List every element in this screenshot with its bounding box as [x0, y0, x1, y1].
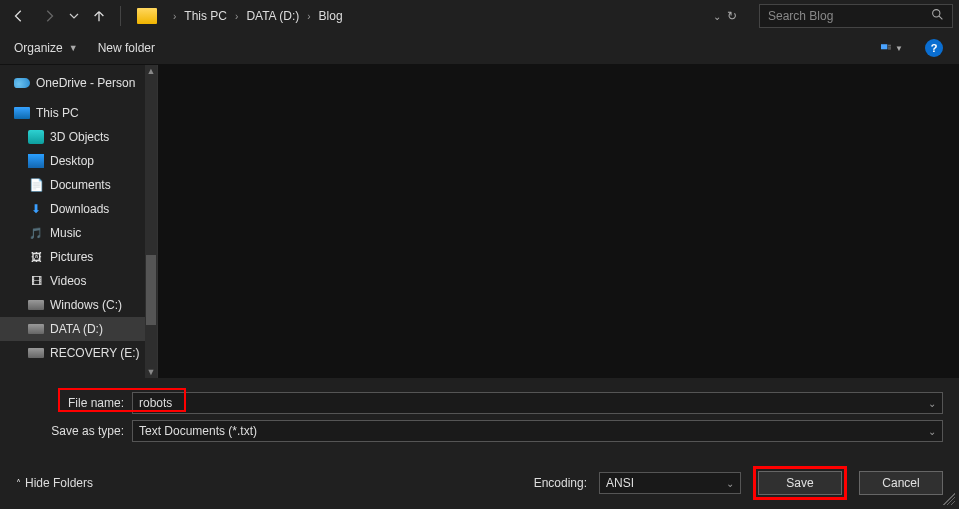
tree-item-data-d[interactable]: DATA (D:) — [0, 317, 157, 341]
search-input[interactable]: Search Blog — [759, 4, 953, 28]
tree-item-videos[interactable]: Videos — [0, 269, 157, 293]
scroll-down-icon[interactable]: ▼ — [146, 366, 156, 378]
help-icon: ? — [925, 39, 943, 57]
tree-onedrive[interactable]: OneDrive - Person — [0, 71, 157, 95]
save-type-select[interactable]: Text Documents (*.txt) ⌄ — [132, 420, 943, 442]
svg-rect-3 — [888, 45, 891, 46]
desktop-icon — [28, 154, 44, 168]
tree-label: Desktop — [50, 154, 94, 168]
organize-menu[interactable]: Organize ▼ — [14, 41, 78, 55]
breadcrumb-part[interactable]: Blog — [315, 7, 347, 25]
tree-item-music[interactable]: Music — [0, 221, 157, 245]
chevron-up-icon: ˄ — [16, 478, 21, 489]
nav-bar: › This PC › DATA (D:) › Blog ⌄ ↻ Search … — [0, 0, 959, 32]
new-folder-label: New folder — [98, 41, 155, 55]
forward-button[interactable] — [36, 3, 62, 29]
disk-icon — [28, 324, 44, 334]
main-area: OneDrive - Person This PC 3D Objects Des… — [0, 64, 959, 378]
pc-icon — [14, 107, 30, 119]
tree-label: Windows (C:) — [50, 298, 122, 312]
hide-folders-label: Hide Folders — [25, 476, 93, 490]
search-icon — [931, 8, 944, 24]
tree-label: This PC — [36, 106, 79, 120]
hide-folders-button[interactable]: ˄ Hide Folders — [16, 476, 93, 490]
tree-label: Downloads — [50, 202, 109, 216]
onedrive-icon — [14, 78, 30, 88]
chevron-down-icon[interactable]: ⌄ — [726, 478, 734, 489]
chevron-down-icon[interactable]: ⌄ — [713, 11, 721, 22]
svg-point-0 — [933, 10, 940, 17]
tree-label: Pictures — [50, 250, 93, 264]
tree-label: OneDrive - Person — [36, 76, 135, 90]
view-options-button[interactable]: ▼ — [881, 37, 903, 59]
nav-tree: OneDrive - Person This PC 3D Objects Des… — [0, 65, 158, 378]
save-type-row: Save as type: Text Documents (*.txt) ⌄ — [16, 420, 943, 442]
cancel-label: Cancel — [882, 476, 919, 490]
search-placeholder: Search Blog — [768, 9, 833, 23]
tree-item-recovery-e[interactable]: RECOVERY (E:) — [0, 341, 157, 365]
3d-objects-icon — [28, 130, 44, 144]
address-bar[interactable]: › This PC › DATA (D:) › Blog ⌄ ↻ — [165, 4, 749, 28]
refresh-icon[interactable]: ↻ — [727, 9, 737, 23]
tree-item-3d-objects[interactable]: 3D Objects — [0, 125, 157, 149]
videos-icon — [28, 274, 44, 288]
tree-item-documents[interactable]: Documents — [0, 173, 157, 197]
file-name-label: File name: — [16, 396, 132, 410]
svg-rect-2 — [881, 44, 887, 49]
chevron-down-icon: ▼ — [895, 44, 903, 53]
chevron-right-icon: › — [233, 11, 240, 22]
toolbar: Organize ▼ New folder ▼ ? — [0, 32, 959, 64]
help-button[interactable]: ? — [923, 37, 945, 59]
encoding-value: ANSI — [606, 476, 634, 490]
disk-icon — [28, 300, 44, 310]
svg-line-1 — [939, 16, 942, 19]
svg-rect-5 — [888, 49, 891, 50]
back-button[interactable] — [6, 3, 32, 29]
scroll-up-icon[interactable]: ▲ — [146, 65, 156, 77]
pictures-icon — [28, 250, 44, 264]
tree-item-downloads[interactable]: Downloads — [0, 197, 157, 221]
chevron-right-icon: › — [305, 11, 312, 22]
file-name-input[interactable]: robots ⌄ — [132, 392, 943, 414]
tree-this-pc[interactable]: This PC — [0, 101, 157, 125]
save-type-value: Text Documents (*.txt) — [139, 424, 928, 438]
svg-rect-4 — [888, 47, 891, 48]
chevron-right-icon: › — [171, 11, 178, 22]
encoding-select[interactable]: ANSI ⌄ — [599, 472, 741, 494]
chevron-down-icon[interactable]: ⌄ — [928, 398, 936, 409]
up-button[interactable] — [86, 3, 112, 29]
file-name-value: robots — [139, 396, 928, 410]
tree-item-desktop[interactable]: Desktop — [0, 149, 157, 173]
action-row: ˄ Hide Folders Encoding: ANSI ⌄ Save Can… — [0, 456, 959, 509]
chevron-down-icon[interactable]: ⌄ — [928, 426, 936, 437]
folder-icon — [137, 8, 157, 24]
encoding-label: Encoding: — [534, 476, 587, 490]
music-icon — [28, 226, 44, 240]
tree-item-pictures[interactable]: Pictures — [0, 245, 157, 269]
organize-label: Organize — [14, 41, 63, 55]
new-folder-button[interactable]: New folder — [98, 41, 155, 55]
breadcrumb-part[interactable]: DATA (D:) — [242, 7, 303, 25]
save-button[interactable]: Save — [758, 471, 842, 495]
save-form: File name: robots ⌄ Save as type: Text D… — [0, 378, 959, 456]
file-name-row: File name: robots ⌄ — [16, 392, 943, 414]
resize-grip[interactable] — [943, 493, 955, 505]
disk-icon — [28, 348, 44, 358]
scroll-thumb[interactable] — [146, 255, 156, 325]
view-icon — [881, 42, 891, 54]
chevron-down-icon: ▼ — [69, 43, 78, 53]
tree-item-windows-c[interactable]: Windows (C:) — [0, 293, 157, 317]
highlight-save: Save — [753, 466, 847, 500]
file-list-area[interactable] — [158, 65, 959, 378]
cancel-button[interactable]: Cancel — [859, 471, 943, 495]
breadcrumb-part[interactable]: This PC — [180, 7, 231, 25]
save-label: Save — [786, 476, 813, 490]
tree-label: Documents — [50, 178, 111, 192]
tree-label: Music — [50, 226, 81, 240]
tree-label: DATA (D:) — [50, 322, 103, 336]
tree-label: 3D Objects — [50, 130, 109, 144]
tree-label: RECOVERY (E:) — [50, 346, 140, 360]
save-type-label: Save as type: — [16, 424, 132, 438]
recent-locations-dropdown[interactable] — [66, 3, 82, 29]
tree-scrollbar[interactable]: ▲ ▼ — [145, 65, 157, 378]
